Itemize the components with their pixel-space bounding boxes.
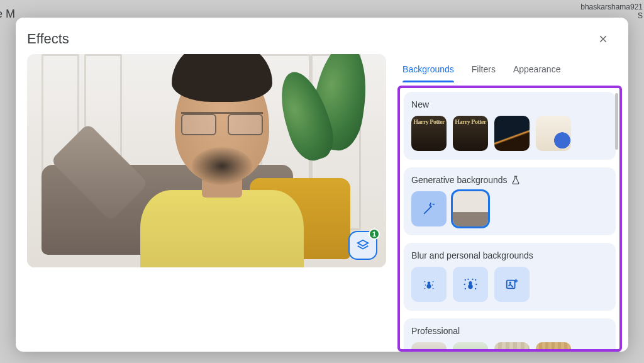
bg-colorful-room[interactable] [536, 116, 571, 151]
svg-point-11 [475, 279, 476, 281]
bg-professional-1[interactable] [411, 342, 447, 352]
bg-professional-3[interactable] [494, 342, 530, 352]
svg-point-10 [465, 279, 466, 281]
svg-point-0 [427, 284, 431, 289]
close-icon [597, 33, 609, 45]
section-blur-title: Blur and personal backgrounds [411, 250, 608, 260]
bg-dark-fireplace[interactable] [494, 116, 530, 151]
svg-point-4 [425, 284, 426, 286]
generate-background-button[interactable] [411, 191, 447, 226]
modal-body: 1 Backgrounds Filters Appearance New Har… [16, 54, 628, 352]
svg-point-1 [428, 281, 431, 284]
preview-area: 1 [27, 54, 386, 352]
backgrounds-scroll-area[interactable]: New Harry Potter Harry Potter Generative… [397, 86, 622, 352]
bg-professional-4[interactable] [536, 342, 571, 352]
magic-wand-icon [422, 202, 436, 216]
applied-effects-button[interactable]: 1 [348, 231, 377, 260]
svg-point-5 [432, 284, 433, 286]
section-blur-tiles [411, 267, 608, 302]
svg-point-13 [475, 284, 477, 285]
upload-background-button[interactable] [494, 267, 530, 302]
bg-professional-2[interactable] [453, 342, 488, 352]
section-generative-title: Generative backgrounds [411, 175, 608, 185]
scrollbar[interactable] [615, 93, 618, 150]
flask-icon [511, 176, 520, 184]
video-preview: 1 [27, 54, 386, 267]
layers-icon [356, 238, 370, 252]
tab-backgrounds[interactable]: Backgrounds [402, 59, 454, 82]
svg-point-17 [472, 279, 473, 280]
modal-header: Effects [16, 18, 628, 54]
slight-blur-button[interactable] [411, 267, 447, 302]
svg-point-9 [469, 281, 472, 284]
section-new: New Harry Potter Harry Potter [404, 92, 616, 160]
section-generative-tiles [411, 191, 608, 226]
svg-point-3 [433, 281, 434, 282]
tab-appearance[interactable]: Appearance [513, 59, 561, 82]
section-new-title: New [411, 99, 608, 109]
section-blur-personal: Blur and personal backgrounds [404, 243, 616, 311]
obscured-page-text-left: e M [0, 8, 15, 21]
svg-point-15 [475, 288, 476, 289]
bg-harry-potter-2[interactable]: Harry Potter [453, 116, 488, 151]
effects-modal: Effects [16, 18, 628, 352]
tab-filters[interactable]: Filters [472, 59, 496, 82]
bg-harry-potter-1[interactable]: Harry Potter [411, 116, 447, 151]
close-button[interactable] [593, 29, 613, 49]
effects-tabs: Backgrounds Filters Appearance [397, 54, 622, 82]
svg-point-16 [467, 279, 469, 280]
effects-side-panel: Backgrounds Filters Appearance New Harry… [397, 54, 626, 352]
add-image-icon [505, 277, 519, 291]
section-new-tiles: Harry Potter Harry Potter [411, 116, 608, 151]
section-professional-title: Professional [411, 326, 608, 336]
strong-blur-icon [462, 276, 479, 293]
section-professional-tiles [411, 342, 608, 352]
modal-title: Effects [27, 31, 69, 47]
svg-point-6 [425, 288, 426, 289]
section-professional: Professional [404, 318, 616, 352]
self-view-person [128, 54, 316, 267]
svg-point-7 [433, 288, 434, 289]
slight-blur-icon [421, 276, 437, 293]
svg-point-14 [465, 288, 466, 289]
bg-generated-living-room[interactable] [453, 191, 488, 226]
section-generative: Generative backgrounds [404, 167, 616, 235]
svg-point-2 [425, 281, 426, 282]
account-email-fragment: bhaskarshama921 [580, 3, 643, 11]
svg-point-8 [468, 284, 472, 289]
svg-point-19 [509, 282, 511, 283]
svg-point-12 [464, 284, 465, 285]
strong-blur-button[interactable] [453, 267, 488, 302]
